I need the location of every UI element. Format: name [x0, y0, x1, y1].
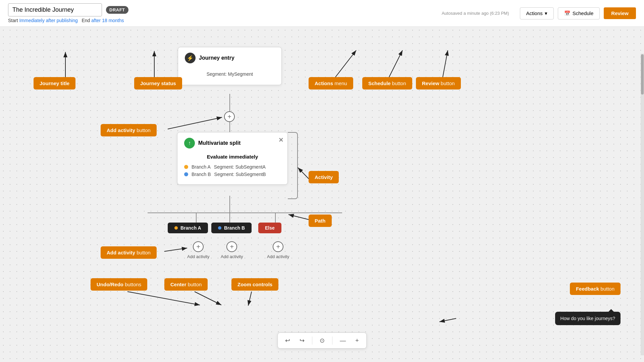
connector-mv-to-split — [229, 196, 230, 213]
mv-branch-b-row: Branch B Segment: SubSegmentB — [184, 172, 281, 177]
branch-a-dot — [184, 165, 188, 169]
journey-title-input[interactable] — [8, 3, 102, 16]
canvas: ⚡ Journey entry Segment: MySegment + ↑ M… — [0, 27, 644, 362]
svg-line-6 — [168, 117, 222, 129]
annotation-undo-redo: Undo/Redo buttons — [91, 278, 147, 291]
add-activity-btn-b[interactable]: + — [226, 241, 237, 252]
annotation-center: Center button — [164, 278, 208, 291]
toolbar-divider-2 — [332, 337, 332, 345]
branch-b-pill: Branch B — [211, 223, 252, 233]
add-activity-btn-else[interactable]: + — [273, 241, 283, 252]
card-header: ⚡ Journey entry — [185, 53, 275, 63]
branch-b-dot — [184, 172, 188, 176]
connector-entry-to-plus — [229, 94, 230, 112]
svg-line-4 — [389, 50, 402, 77]
svg-line-10 — [127, 292, 200, 305]
zoom-in-button[interactable]: + — [353, 336, 361, 346]
add-activity-label-else: Add activity — [267, 254, 289, 259]
add-activity-group-a: + Add activity — [187, 241, 209, 259]
bottom-toolbar: ↩ ↪ ⊙ — + — [277, 333, 367, 349]
annotation-journey-status: Journey status — [134, 77, 182, 89]
end-label: End — [82, 18, 90, 23]
add-activity-label-a: Add activity — [187, 254, 209, 259]
branch-a-pill-dot — [174, 226, 178, 230]
zoom-out-button[interactable]: — — [338, 336, 348, 346]
feedback-text: How do you like journeys? — [560, 316, 615, 321]
review-button[interactable]: Review — [604, 7, 636, 19]
branch-a-pill-label: Branch A — [180, 225, 201, 231]
connector-v-else — [275, 213, 276, 223]
journey-entry-title: Journey entry — [199, 55, 234, 61]
scrollbar-thumb[interactable] — [641, 54, 644, 95]
svg-line-12 — [248, 292, 252, 306]
topbar: DRAFT Start Immediately after publishing… — [0, 0, 644, 27]
annotation-feedback: Feedback button — [570, 283, 621, 295]
connector-v-branch-b — [229, 213, 230, 223]
branch-a-pill: Branch A — [168, 223, 208, 233]
feedback-bubble[interactable]: How do you like journeys? — [555, 312, 621, 325]
svg-line-5 — [443, 50, 448, 77]
schedule-button[interactable]: 📅 Schedule — [558, 7, 600, 19]
mv-title: Multivariate split — [198, 140, 240, 146]
svg-line-8 — [288, 215, 309, 220]
add-activity-btn-a[interactable]: + — [193, 241, 204, 252]
connector-h-split — [148, 213, 342, 213]
scrollbar[interactable] — [641, 54, 644, 355]
mv-icon: ↑ — [184, 138, 195, 148]
start-link[interactable]: Immediately after publishing — [19, 18, 77, 23]
entry-icon: ⚡ — [185, 53, 196, 63]
annotation-actions-menu: Actions menu — [309, 77, 353, 89]
bracket-right — [288, 132, 298, 199]
svg-line-11 — [195, 292, 221, 305]
end-link[interactable]: after 18 months — [91, 18, 124, 23]
schedule-label: Schedule — [573, 10, 594, 16]
undo-button[interactable]: ↩ — [283, 336, 292, 346]
journey-entry-card: ⚡ Journey entry Segment: MySegment — [178, 47, 282, 85]
annotation-add-activity-bottom: Add activity button — [101, 246, 157, 259]
add-activity-group-else: + Add activity — [267, 241, 289, 259]
actions-button[interactable]: Actions ▾ — [520, 7, 554, 19]
mv-evaluate-label: Evaluate immediately — [184, 154, 281, 160]
annotation-path: Path — [309, 215, 332, 227]
else-pill: Else — [258, 223, 281, 233]
mv-branch-a-row: Branch A Segment: SubSegmentA — [184, 164, 281, 170]
annotation-zoom: Zoom controls — [231, 278, 278, 291]
chevron-down-icon: ▾ — [545, 10, 547, 16]
title-row: DRAFT — [8, 3, 128, 16]
annotation-schedule-button: Schedule button — [362, 77, 412, 89]
review-label: Review — [611, 10, 629, 16]
svg-line-3 — [335, 50, 356, 77]
annotation-review-button: Review button — [416, 77, 461, 89]
center-button[interactable]: ⊙ — [318, 336, 327, 346]
branch-a-segment: Segment: SubSegmentA — [214, 164, 266, 170]
calendar-icon: 📅 — [564, 10, 571, 16]
schedule-info: Start Immediately after publishing End a… — [8, 18, 128, 23]
title-area: DRAFT Start Immediately after publishing… — [8, 3, 128, 23]
autosave-text: Autosaved a minute ago (6:23 PM) — [442, 11, 509, 16]
toolbar-divider-1 — [312, 337, 312, 345]
close-mv-button[interactable]: ✕ — [278, 136, 283, 144]
connector-v-branch-a — [196, 213, 197, 223]
actions-label: Actions — [526, 10, 543, 16]
start-label: Start — [8, 18, 18, 23]
annotation-add-activity-top: Add activity button — [101, 124, 157, 136]
else-pill-label: Else — [265, 225, 275, 231]
branch-b-segment: Segment: SubSegmentB — [214, 172, 266, 177]
branch-b-pill-label: Branch B — [224, 225, 245, 231]
annotation-journey-title: Journey title — [34, 77, 75, 89]
svg-line-7 — [298, 168, 309, 179]
annotation-activity: Activity — [309, 171, 339, 183]
redo-button[interactable]: ↪ — [298, 336, 307, 346]
add-activity-group-b: + Add activity — [221, 241, 243, 259]
journey-entry-content: Segment: MySegment — [185, 69, 275, 79]
branch-b-label: Branch B — [192, 172, 211, 177]
add-activity-label-b: Add activity — [221, 254, 243, 259]
connector-plus-to-mv — [229, 122, 230, 132]
branch-b-pill-dot — [218, 226, 221, 230]
svg-line-13 — [439, 318, 456, 322]
draft-badge: DRAFT — [106, 6, 128, 14]
multivariate-card: ↑ Multivariate split ✕ Evaluate immediat… — [177, 132, 288, 185]
mv-card-header: ↑ Multivariate split ✕ — [184, 138, 281, 148]
add-activity-btn-top[interactable]: + — [224, 111, 235, 122]
svg-line-9 — [164, 248, 187, 251]
